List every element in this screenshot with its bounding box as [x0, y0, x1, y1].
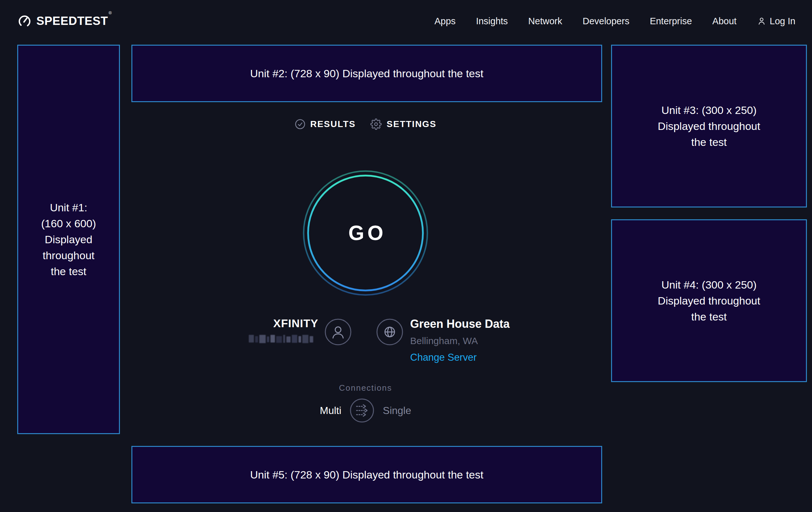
logo-registered-mark: ® — [109, 10, 112, 15]
nav-item-about[interactable]: About — [713, 16, 737, 26]
speedtest-logo[interactable]: SPEEDTEST® — [17, 14, 111, 28]
ad-text-line: Unit #3: (300 x 250) — [662, 102, 757, 118]
nav-item-apps[interactable]: Apps — [434, 16, 456, 26]
server-location: Bellingham, WA — [410, 334, 557, 347]
ad-unit-1[interactable]: Unit #1: (160 x 600) Displayed throughou… — [17, 45, 120, 434]
ad-text-line: Displayed throughout — [658, 118, 760, 134]
isp-user-circle-icon — [325, 319, 351, 345]
navbar: SPEEDTEST® Apps Insights Network Develop… — [0, 0, 812, 42]
user-icon — [757, 16, 766, 26]
ad-text-line: the test — [691, 134, 727, 150]
tab-results[interactable]: RESULTS — [295, 119, 356, 130]
ad-unit-3[interactable]: Unit #3: (300 x 250) Displayed throughou… — [611, 45, 807, 208]
multi-arrows-icon[interactable] — [350, 398, 374, 423]
nav-item-insights[interactable]: Insights — [476, 16, 508, 26]
connections-toggle-row: Multi Single — [287, 398, 444, 423]
main-nav: Apps Insights Network Developers Enterpr… — [434, 16, 795, 26]
logo-text: SPEEDTEST — [36, 15, 108, 27]
server-globe-icon — [376, 319, 403, 345]
server-name: Green House Data — [410, 317, 557, 331]
settings-tab-label: SETTINGS — [386, 119, 436, 129]
results-tab-label: RESULTS — [310, 119, 356, 129]
censored-ip-address — [249, 335, 317, 344]
ad-text-line: Displayed throughout — [658, 293, 760, 309]
ad-text-line: Displayed — [45, 232, 92, 247]
nav-item-developers[interactable]: Developers — [583, 16, 630, 26]
ad-text-line: Unit #2: (728 x 90) Displayed throughout… — [250, 65, 483, 81]
results-settings-tabs: RESULTS SETTINGS — [270, 114, 461, 134]
ad-text-line: Unit #5: (728 x 90) Displayed throughout… — [250, 467, 483, 483]
ad-text-line: (160 x 600) — [41, 215, 96, 232]
connections-label: Connections — [318, 383, 413, 393]
tab-settings[interactable]: SETTINGS — [370, 118, 436, 130]
ad-unit-4[interactable]: Unit #4: (300 x 250) Displayed throughou… — [611, 219, 807, 382]
connections-multi-option[interactable]: Multi — [320, 405, 342, 416]
go-button-label: GO — [303, 170, 428, 296]
ad-text-line: the test — [51, 263, 86, 279]
gear-icon — [370, 118, 382, 130]
ad-text-line: the test — [691, 309, 727, 325]
gauge-icon — [17, 14, 32, 28]
login-button[interactable]: Log In — [757, 16, 795, 26]
nav-item-enterprise[interactable]: Enterprise — [650, 16, 692, 26]
login-label: Log In — [770, 16, 795, 26]
nav-item-network[interactable]: Network — [528, 16, 562, 26]
ad-unit-2[interactable]: Unit #2: (728 x 90) Displayed throughout… — [132, 45, 602, 102]
isp-name[interactable]: XFINITY — [273, 317, 318, 330]
connections-single-option[interactable]: Single — [383, 405, 411, 416]
go-button[interactable]: GO — [303, 170, 428, 296]
ad-unit-5[interactable]: Unit #5: (728 x 90) Displayed throughout… — [132, 446, 602, 503]
ad-text-line: Unit #4: (300 x 250) — [662, 277, 757, 293]
change-server-link[interactable]: Change Server — [410, 351, 477, 364]
server-info: Green House Data Bellingham, WA Change S… — [410, 317, 557, 364]
ad-text-line: Unit #1: — [50, 199, 87, 215]
check-circle-icon — [295, 119, 306, 130]
ad-text-line: throughout — [43, 247, 95, 263]
